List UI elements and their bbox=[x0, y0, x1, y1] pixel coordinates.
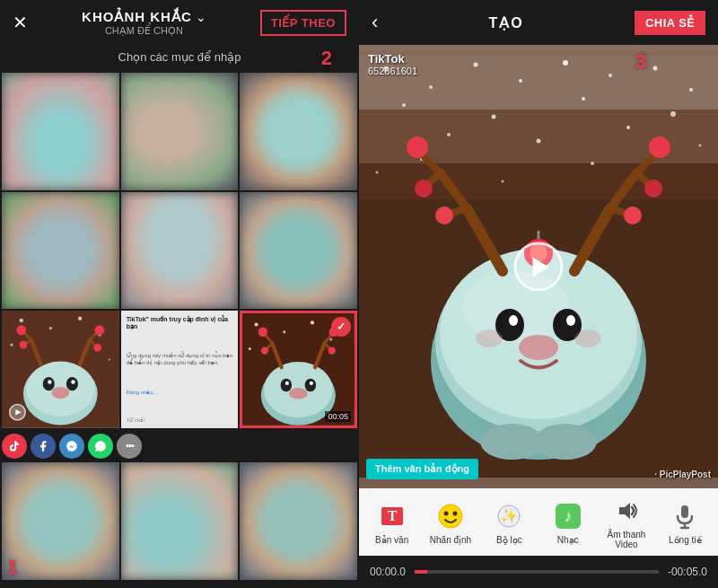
grid-cell-15[interactable] bbox=[240, 462, 357, 580]
toolbar-label-nhac: Nhạc bbox=[557, 535, 579, 545]
left-header-subtitle: CHẠM ĐỂ CHỌN bbox=[105, 25, 183, 37]
svg-text:T: T bbox=[387, 508, 397, 523]
svg-point-104 bbox=[534, 424, 597, 460]
music-icon: ♪ bbox=[552, 500, 584, 532]
cell-duration: 00:05 bbox=[325, 411, 351, 422]
svg-point-61 bbox=[492, 115, 496, 119]
grid-cell-13[interactable] bbox=[2, 462, 119, 580]
svg-text:✨: ✨ bbox=[500, 507, 518, 524]
left-panel-title: KHOẢNH KHẮC bbox=[82, 9, 192, 25]
toolbar-label-am-thanh: Âm thanh Video bbox=[597, 530, 655, 549]
svg-point-38 bbox=[289, 388, 308, 399]
svg-point-20 bbox=[16, 326, 26, 336]
tiep-theo-button[interactable]: TIẾP THEO bbox=[260, 10, 346, 36]
svg-point-99 bbox=[624, 206, 642, 224]
svg-point-29 bbox=[311, 321, 314, 325]
svg-point-5 bbox=[10, 344, 13, 347]
svg-point-31 bbox=[249, 347, 251, 350]
grid-row-4 bbox=[0, 462, 359, 582]
svg-point-2 bbox=[49, 327, 52, 329]
text-card-footer: Từ chối bbox=[127, 417, 233, 423]
right-header: ‹ TẠO CHIA SẺ bbox=[359, 0, 718, 45]
video-preview: TikTok 652861601 Thêm văn bản động · Pic… bbox=[359, 45, 718, 488]
add-text-button[interactable]: Thêm văn bản động bbox=[366, 459, 478, 479]
label-2: 2 bbox=[321, 47, 332, 70]
svg-point-56 bbox=[563, 60, 568, 66]
toolbar-item-nhan-dinh[interactable]: Nhãn định bbox=[421, 500, 479, 545]
svg-point-23 bbox=[93, 344, 101, 352]
grid-cell-14[interactable] bbox=[121, 462, 239, 580]
text-card-link[interactable]: Đăng nhập... bbox=[127, 389, 233, 395]
svg-point-46 bbox=[261, 347, 268, 355]
svg-point-96 bbox=[435, 206, 453, 224]
svg-point-103 bbox=[480, 424, 543, 460]
tiktok-watermark: TikTok 652861601 bbox=[368, 52, 417, 76]
grid-cell-selected[interactable]: ✓ 00:05 bbox=[240, 311, 357, 428]
grid-cell-5[interactable] bbox=[121, 192, 239, 310]
share-facebook-button[interactable] bbox=[31, 434, 56, 459]
text-icon: T bbox=[376, 500, 408, 532]
svg-point-12 bbox=[71, 381, 74, 384]
share-whatsapp-button[interactable] bbox=[88, 434, 113, 459]
filter-icon: ✨ bbox=[493, 500, 525, 532]
share-more-button[interactable]: ··· bbox=[117, 434, 142, 459]
svg-point-35 bbox=[305, 379, 316, 392]
svg-point-13 bbox=[52, 387, 70, 399]
tiktok-user-id: 652861601 bbox=[368, 66, 417, 76]
back-icon[interactable]: ‹ bbox=[372, 11, 378, 34]
toolbar-item-long-tie[interactable]: Lồng tiế bbox=[656, 500, 714, 545]
grid-cell-reindeer-small[interactable] bbox=[2, 311, 119, 428]
left-header-center: KHOẢNH KHẮC ⌄ CHẠM ĐỂ CHỌN bbox=[82, 9, 206, 37]
text-card-title: TikTok" muốn truy cập đinh vị của bạn bbox=[127, 316, 233, 330]
svg-point-58 bbox=[653, 66, 658, 71]
grid-cell-3[interactable] bbox=[240, 73, 357, 190]
timeline-bar[interactable] bbox=[415, 570, 659, 574]
share-messenger-button[interactable] bbox=[59, 434, 84, 459]
grid-cell-1[interactable] bbox=[2, 73, 119, 190]
toolbar-item-nhac[interactable]: ♪ Nhạc bbox=[538, 500, 597, 545]
svg-point-59 bbox=[689, 88, 693, 92]
svg-point-10 bbox=[66, 377, 78, 391]
right-panel: ‹ TẠO CHIA SẺ bbox=[359, 0, 718, 588]
svg-point-22 bbox=[94, 326, 104, 336]
svg-point-71 bbox=[591, 162, 594, 165]
svg-point-67 bbox=[699, 145, 702, 147]
play-triangle-icon bbox=[533, 257, 549, 276]
svg-point-34 bbox=[281, 379, 292, 392]
play-button[interactable] bbox=[514, 242, 564, 292]
chevron-down-icon[interactable]: ⌄ bbox=[196, 10, 206, 24]
svg-point-53 bbox=[429, 85, 433, 89]
svg-point-45 bbox=[258, 328, 267, 337]
svg-point-48 bbox=[328, 347, 336, 355]
grid-cell-6[interactable] bbox=[240, 192, 357, 310]
grid-cell-4[interactable] bbox=[2, 192, 119, 310]
toolbar-label-ban-van: Bản văn bbox=[375, 535, 408, 545]
sticker-icon bbox=[434, 500, 467, 532]
right-panel-title: TẠO bbox=[489, 14, 524, 31]
chia-se-button[interactable]: CHIA SẺ bbox=[635, 11, 705, 35]
svg-point-63 bbox=[670, 111, 676, 117]
timeline: 00:00.0 -00:05.0 bbox=[359, 556, 718, 588]
tiktok-app-name: TikTok bbox=[368, 52, 417, 66]
svg-point-37 bbox=[310, 382, 313, 385]
svg-point-83 bbox=[574, 329, 601, 347]
toolbar-label-nhan-dinh: Nhãn định bbox=[430, 535, 471, 545]
svg-point-36 bbox=[285, 382, 289, 385]
toolbar-item-bo-loc[interactable]: ✨ Bộ lọc bbox=[480, 500, 538, 545]
svg-point-82 bbox=[476, 329, 503, 347]
svg-point-11 bbox=[48, 381, 51, 384]
svg-point-57 bbox=[609, 74, 612, 77]
grid-cell-2[interactable] bbox=[121, 73, 239, 190]
mic-icon bbox=[669, 500, 701, 532]
select-hint: Chọn các mục để nhập bbox=[0, 45, 359, 71]
grid-cell-text-card[interactable]: TikTok" muốn truy cập đinh vị của bạn Ứn… bbox=[121, 311, 239, 428]
toolbar-item-ban-van[interactable]: T Bản văn bbox=[363, 500, 421, 545]
share-row: ··· bbox=[0, 430, 359, 462]
toolbar-item-am-thanh[interactable]: Âm thanh Video bbox=[597, 495, 655, 549]
svg-point-109 bbox=[452, 511, 457, 515]
svg-point-66 bbox=[626, 126, 630, 129]
svg-point-60 bbox=[402, 103, 406, 107]
share-tiktok-button[interactable] bbox=[2, 434, 27, 459]
close-icon[interactable]: ✕ bbox=[13, 12, 28, 33]
video-area: TikTok 652861601 Thêm văn bản động · Pic… bbox=[359, 45, 718, 488]
